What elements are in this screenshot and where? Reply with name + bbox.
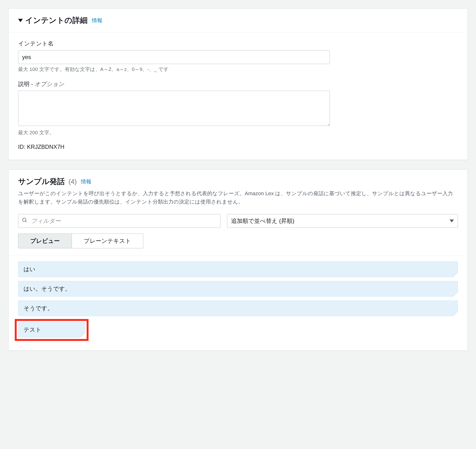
description-hint: 最大 200 文字。	[18, 129, 458, 136]
sample-utterances-title: サンプル発話	[18, 176, 65, 187]
intent-name-input[interactable]	[18, 50, 330, 64]
info-link[interactable]: 情報	[92, 17, 102, 24]
info-link[interactable]: 情報	[81, 178, 91, 185]
description-optional: オプション	[34, 81, 64, 87]
utterance-item[interactable]: テスト	[18, 322, 85, 338]
sample-utterances-header: サンプル発話 (4) 情報	[9, 170, 467, 189]
intent-name-field: インテント名 最大 100 文字です。有効な文字は、A～Z、a～z、0～9、-、…	[18, 40, 458, 73]
filter-wrap	[18, 214, 220, 228]
utterance-item[interactable]: そうです。	[18, 301, 458, 316]
intent-details-header: インテントの詳細 情報	[9, 9, 467, 33]
chevron-down-icon	[450, 220, 454, 222]
description-field: 説明 - オプション 最大 200 文字。	[18, 80, 458, 136]
utterances-controls: 追加順で並べ替え (昇順)	[9, 212, 467, 228]
description-textarea[interactable]	[18, 91, 330, 126]
view-toggle: プレビュー プレーンテキスト	[18, 233, 143, 248]
description-label: 説明 - オプション	[18, 80, 458, 88]
highlight-annotation: テスト	[15, 319, 89, 341]
intent-name-label: インテント名	[18, 40, 458, 47]
plaintext-tab[interactable]: プレーンテキスト	[72, 234, 143, 248]
svg-line-1	[25, 221, 27, 222]
collapse-icon[interactable]	[18, 19, 23, 22]
sample-utterances-panel: サンプル発話 (4) 情報 ユーザーがこのインテントを呼び出そうとするか、入力す…	[8, 170, 468, 351]
search-icon	[22, 217, 28, 225]
utterances-list: はい はい。そうです。 そうです。 テスト	[9, 256, 467, 350]
filter-input[interactable]	[18, 214, 220, 228]
intent-id-row: ID: KRJZBDNX7H	[18, 143, 458, 150]
description-label-text: 説明 -	[18, 81, 34, 87]
intent-details-body: インテント名 最大 100 文字です。有効な文字は、A～Z、a～z、0～9、-、…	[9, 33, 467, 160]
sort-select-value: 追加順で並べ替え (昇順)	[231, 217, 295, 225]
intent-id-label: ID:	[18, 143, 27, 150]
intent-name-hint: 最大 100 文字です。有効な文字は、A～Z、a～z、0～9、-、_ です	[18, 66, 458, 73]
utterance-item[interactable]: はい	[18, 261, 458, 277]
intent-details-title: インテントの詳細	[25, 15, 88, 26]
sample-utterances-description: ユーザーがこのインテントを呼び出そうとするか、入力すると予想される代表的なフレー…	[9, 189, 467, 212]
sort-select[interactable]: 追加順で並べ替え (昇順)	[227, 214, 458, 228]
intent-id-value: KRJZBDNX7H	[27, 143, 64, 150]
intent-details-panel: インテントの詳細 情報 インテント名 最大 100 文字です。有効な文字は、A～…	[8, 8, 468, 160]
preview-tab[interactable]: プレビュー	[18, 234, 72, 248]
sort-select-wrap: 追加順で並べ替え (昇順)	[227, 214, 458, 228]
utterances-count: (4)	[68, 178, 77, 185]
svg-point-0	[23, 218, 26, 222]
utterance-item[interactable]: はい。そうです。	[18, 281, 458, 297]
